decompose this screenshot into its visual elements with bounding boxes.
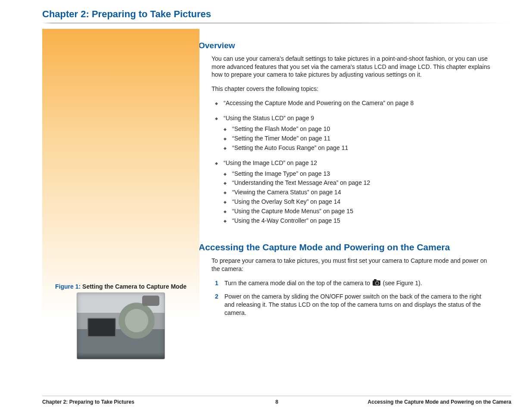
topic-subitem: “Setting the Timer Mode” on page 11 [224, 134, 511, 143]
topic-sublist: “Setting the Image Type” on page 13 “Und… [212, 170, 511, 225]
topic-subitem: “Using the Capture Mode Menus” on page 1… [224, 207, 511, 215]
chapter-title: Chapter 2: Preparing to Take Pictures [42, 9, 511, 20]
topic-subitem: “Understanding the Text Message Area” on… [224, 179, 511, 187]
steps-list: 1 Turn the camera mode dial on the top o… [212, 279, 511, 317]
title-divider [42, 22, 511, 24]
topic-sublist: “Setting the Flash Mode” on page 10 “Set… [212, 125, 511, 152]
topic-subitem: “Setting the Image Type” on page 13 [224, 170, 511, 178]
topic-list: “Using the Status LCD” on page 9 [212, 114, 511, 122]
camera-icon [373, 280, 380, 286]
topic-list: “Accessing the Capture Mode and Powering… [212, 99, 511, 107]
figure-1: Figure 1: Setting the Camera to Capture … [42, 283, 199, 359]
step-text: Power on the camera by sliding the ON/OF… [224, 293, 481, 316]
step-item: 2 Power on the camera by sliding the ON/… [215, 293, 482, 317]
topic-item: “Accessing the Capture Mode and Powering… [215, 99, 511, 107]
page-footer: Chapter 2: Preparing to Take Pictures 8 … [42, 395, 511, 405]
figure-caption-text: Setting the Camera to Capture Mode [81, 283, 187, 290]
figure-label: Figure 1: [55, 283, 81, 290]
step-number: 1 [215, 279, 218, 287]
topic-item: “Using the Status LCD” on page 9 [215, 114, 511, 122]
footer-right: Accessing the Capture Mode and Powering … [368, 399, 511, 405]
topic-subitem: “Viewing the Camera Status” on page 14 [224, 188, 511, 196]
step-item: 1 Turn the camera mode dial on the top o… [215, 279, 482, 287]
figure-caption: Figure 1: Setting the Camera to Capture … [47, 283, 194, 290]
step-number: 2 [215, 293, 218, 301]
topic-list: “Using the Image LCD” on page 12 [212, 159, 511, 167]
footer-left: Chapter 2: Preparing to Take Pictures [42, 399, 134, 405]
step-text: Turn the camera mode dial on the top of … [224, 280, 372, 286]
main-content: Overview You can use your camera's defau… [212, 29, 511, 391]
topic-subitem: “Setting the Flash Mode” on page 10 [224, 125, 511, 133]
sidebar: Figure 1: Setting the Camera to Capture … [42, 29, 199, 391]
camera-illustration [77, 293, 165, 359]
footer-page-number: 8 [275, 399, 278, 405]
overview-intro: You can use your camera's default settin… [212, 55, 492, 79]
section-capture-heading: Accessing the Capture Mode and Powering … [199, 241, 511, 253]
topic-item: “Using the Image LCD” on page 12 [215, 159, 511, 167]
page-columns: Figure 1: Setting the Camera to Capture … [42, 29, 511, 391]
topics-lead: This chapter covers the following topics… [212, 85, 492, 93]
step-text: (see Figure 1). [381, 280, 422, 286]
topic-subitem: “Using the Overlay Soft Key” on page 14 [224, 198, 511, 206]
section-capture-intro: To prepare your camera to take pictures,… [212, 257, 492, 273]
topic-subitem: “Using the 4-Way Controller” on page 15 [224, 217, 511, 225]
overview-heading: Overview [199, 40, 511, 51]
topic-subitem: “Setting the Auto Focus Range” on page 1… [224, 144, 511, 152]
